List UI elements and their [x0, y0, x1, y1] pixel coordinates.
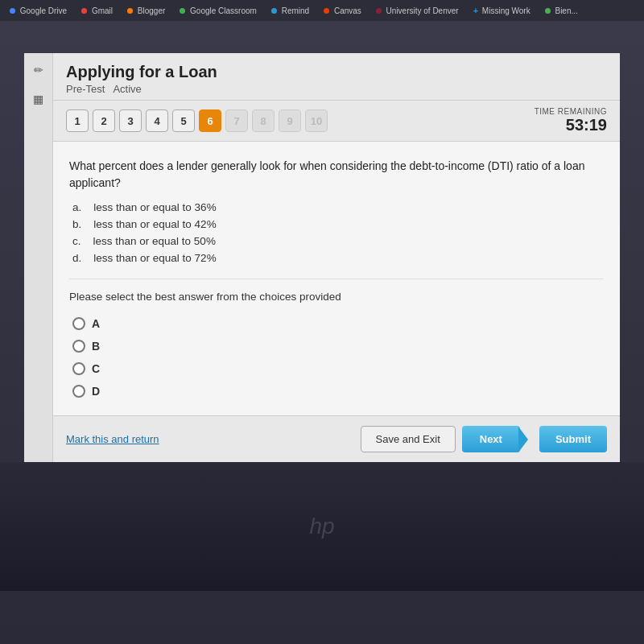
status-badge: Active	[113, 83, 141, 95]
sidebar: ✏ ▦	[24, 53, 53, 462]
q-num-7: 7	[225, 109, 248, 132]
screen: ✏ ▦ Applying for a Loan Pre-Test Active …	[0, 21, 644, 644]
radio-circle-b[interactable]	[72, 340, 85, 353]
laptop-bottom: hp	[0, 462, 644, 591]
save-exit-button[interactable]: Save and Exit	[361, 426, 456, 452]
tab-google-drive[interactable]: Google Drive	[5, 5, 72, 17]
choice-c-text: less than or equal to 50%	[93, 235, 216, 247]
quiz-title: Applying for a Loan	[66, 63, 607, 81]
next-button[interactable]: Next	[462, 426, 520, 452]
choice-a-text: less than or equal to 36%	[93, 201, 216, 213]
q-num-4[interactable]: 4	[146, 109, 168, 132]
radio-circle-c[interactable]	[72, 362, 85, 375]
tab-google-classroom[interactable]: Google Classroom	[175, 5, 262, 17]
choice-d-letter: d.	[72, 252, 91, 264]
tab-university-denver[interactable]: University of Denver	[371, 5, 464, 17]
q-num-3[interactable]: 3	[119, 109, 142, 132]
pencil-icon[interactable]: ✏	[30, 61, 47, 79]
radio-label-a: A	[92, 317, 100, 330]
choice-a: a. less than or equal to 36%	[69, 201, 604, 213]
radio-circle-a[interactable]	[72, 317, 85, 330]
choice-b-letter: b.	[72, 218, 91, 230]
radio-label-c: C	[92, 362, 100, 375]
submit-button[interactable]: Submit	[539, 426, 607, 452]
divider	[69, 279, 604, 279]
choice-c-letter: c.	[72, 235, 90, 247]
calculator-icon[interactable]: ▦	[30, 90, 47, 108]
mark-return-link[interactable]: Mark this and return	[66, 433, 159, 445]
q-num-1[interactable]: 1	[66, 109, 89, 132]
choice-d-text: less than or equal to 72%	[93, 252, 216, 264]
laptop-logo: hp	[309, 514, 334, 539]
q-num-8: 8	[252, 109, 275, 132]
choice-b-text: less than or equal to 42%	[93, 218, 216, 230]
tab-remind[interactable]: Remind	[266, 5, 314, 17]
footer-buttons: Save and Exit Next Submit	[361, 426, 607, 452]
tab-gmail[interactable]: Gmail	[76, 5, 118, 17]
question-numbers: 1 2 3 4 5 6 7 8 9 10	[66, 109, 328, 132]
radio-item-b[interactable]: B	[72, 340, 604, 353]
radio-item-c[interactable]: C	[72, 362, 604, 375]
radio-item-a[interactable]: A	[72, 317, 604, 330]
browser-bar: Google Drive Gmail Blogger Google Classr…	[0, 0, 644, 21]
tab-canvas[interactable]: Canvas	[319, 5, 366, 17]
instruction-text: Please select the best answer from the c…	[69, 291, 604, 303]
time-value: 53:19	[535, 116, 607, 134]
quiz-wrapper: ✏ ▦ Applying for a Loan Pre-Test Active …	[24, 53, 620, 462]
tab-blogger[interactable]: Blogger	[122, 5, 170, 17]
radio-label-b: B	[92, 340, 100, 353]
nav-bar: 1 2 3 4 5 6 7 8 9 10 TIME REMAINING 53:1…	[53, 101, 620, 142]
time-remaining: TIME REMAINING 53:19	[535, 107, 607, 134]
quiz-footer: Mark this and return Save and Exit Next …	[53, 415, 620, 462]
q-num-5[interactable]: 5	[172, 109, 195, 132]
radio-item-d[interactable]: D	[72, 385, 604, 398]
time-label: TIME REMAINING	[535, 107, 607, 116]
radio-group: A B C D	[69, 317, 604, 398]
main-content: Applying for a Loan Pre-Test Active 1 2 …	[53, 53, 620, 462]
q-num-9: 9	[279, 109, 301, 132]
quiz-subtitle: Pre-Test Active	[66, 83, 607, 95]
q-num-6[interactable]: 6	[199, 109, 221, 132]
pre-test-label: Pre-Test	[66, 83, 105, 95]
question-body: What percent does a lender generally loo…	[53, 142, 620, 415]
choice-c: c. less than or equal to 50%	[69, 235, 604, 247]
radio-circle-d[interactable]	[72, 385, 85, 398]
choice-b: b. less than or equal to 42%	[69, 218, 604, 230]
tab-missing-work[interactable]: + Missing Work	[469, 4, 535, 17]
q-num-2[interactable]: 2	[93, 109, 115, 132]
q-num-10: 10	[305, 109, 328, 132]
question-text: What percent does a lender generally loo…	[69, 158, 604, 192]
radio-label-d: D	[92, 385, 100, 398]
choice-d: d. less than or equal to 72%	[69, 252, 604, 264]
choice-a-letter: a.	[72, 201, 91, 213]
tab-bien[interactable]: Bien...	[540, 5, 583, 17]
quiz-header: Applying for a Loan Pre-Test Active	[53, 53, 620, 101]
